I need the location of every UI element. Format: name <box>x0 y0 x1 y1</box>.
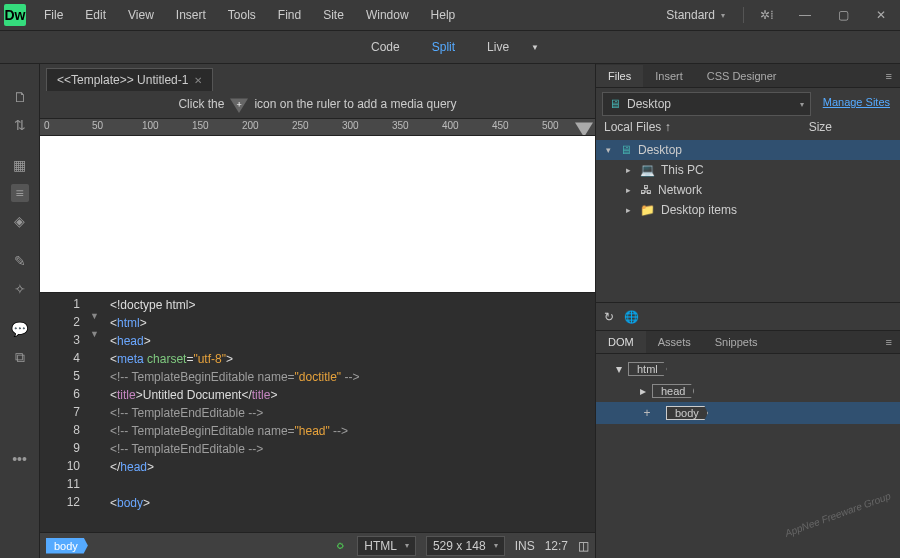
menu-edit[interactable]: Edit <box>75 2 116 28</box>
tab-css-designer[interactable]: CSS Designer <box>695 65 789 87</box>
comment-icon[interactable]: 💬 <box>11 320 29 338</box>
file-icon[interactable]: 🗋 <box>11 88 29 106</box>
ruler-tick: 300 <box>342 120 359 131</box>
close-icon[interactable]: ✕ <box>194 75 202 86</box>
dom-row-body[interactable]: + body <box>596 402 900 424</box>
chevron-down-icon[interactable]: ▼ <box>527 37 543 58</box>
hint-text: Click the <box>178 97 224 111</box>
manage-sites-link[interactable]: Manage Sites <box>823 96 890 108</box>
ruler-tick: 50 <box>92 120 103 131</box>
folder-icon: 📁 <box>640 203 655 217</box>
dom-tag: head <box>652 384 694 398</box>
arrows-icon[interactable]: ⇅ <box>11 116 29 134</box>
globe-icon[interactable]: 🌐 <box>624 310 639 324</box>
minimize-button[interactable]: — <box>790 4 820 26</box>
right-panels: Files Insert CSS Designer ≡ 🖥 Desktop ▾ … <box>595 64 900 558</box>
tab-snippets[interactable]: Snippets <box>703 331 770 353</box>
preview-icon[interactable]: ◫ <box>578 539 589 553</box>
expand-icon[interactable]: ▸ <box>640 384 646 398</box>
col-name: Local Files ↑ <box>604 120 671 134</box>
language-select[interactable]: HTML▾ <box>357 536 416 556</box>
tab-dom[interactable]: DOM <box>596 331 646 353</box>
ruler-tick: 400 <box>442 120 459 131</box>
tree-label: Desktop items <box>661 203 737 217</box>
code-editor[interactable]: 123 456 789 101112 ▼▼ <!doctype html> <h… <box>40 292 595 532</box>
expand-icon[interactable]: ▸ <box>622 165 634 175</box>
snippet-icon[interactable]: ⧉ <box>11 348 29 366</box>
list-icon[interactable]: ≡ <box>11 184 29 202</box>
cursor-position: 12:7 <box>545 539 568 553</box>
tree-item-this-pc[interactable]: ▸ 💻 This PC <box>596 160 900 180</box>
menu-tools[interactable]: Tools <box>218 2 266 28</box>
tab-files[interactable]: Files <box>596 65 643 87</box>
tree-item-network[interactable]: ▸ 🖧 Network <box>596 180 900 200</box>
menu-help[interactable]: Help <box>421 2 466 28</box>
dom-tree: ▾ html ▸ head + body <box>596 354 900 428</box>
add-icon[interactable]: + <box>640 406 654 420</box>
target-icon[interactable]: ◈ <box>11 212 29 230</box>
expand-icon[interactable]: ▸ <box>622 205 634 215</box>
panel-menu-icon[interactable]: ≡ <box>878 332 900 352</box>
view-live[interactable]: Live <box>473 34 523 60</box>
library-icon[interactable]: ▦ <box>11 156 29 174</box>
tree-item-desktop[interactable]: ▾ 🖥 Desktop <box>596 140 900 160</box>
col-size: Size <box>809 120 832 134</box>
view-mode-bar: Code Split Live ▼ <box>0 30 900 64</box>
ruler-tick: 250 <box>292 120 309 131</box>
chevron-down-icon: ▾ <box>800 100 804 109</box>
refresh-icon[interactable]: ↻ <box>604 310 614 324</box>
dom-path-tag[interactable]: body <box>46 538 88 554</box>
dimensions-select[interactable]: 529 x 148▾ <box>426 536 505 556</box>
sync-ok-icon[interactable]: ⭘ <box>335 539 347 553</box>
chevron-down-icon: ▾ <box>721 11 725 20</box>
panel-menu-icon[interactable]: ≡ <box>878 66 900 86</box>
maximize-button[interactable]: ▢ <box>828 4 858 26</box>
menu-file[interactable]: File <box>34 2 73 28</box>
menu-window[interactable]: Window <box>356 2 419 28</box>
ruler-tick: 350 <box>392 120 409 131</box>
ruler-marker-icon[interactable] <box>575 119 593 136</box>
ruler-tick: 150 <box>192 120 209 131</box>
tab-insert[interactable]: Insert <box>643 65 695 87</box>
settings-gear-icon[interactable]: ✲⁞ <box>752 4 782 26</box>
brush-icon[interactable]: ✎ <box>11 252 29 270</box>
view-split[interactable]: Split <box>418 34 469 60</box>
document-tabs: <<Template>> Untitled-1 ✕ <box>40 64 595 90</box>
insert-mode[interactable]: INS <box>515 539 535 553</box>
tab-title: <<Template>> Untitled-1 <box>57 73 188 87</box>
dom-tag: body <box>666 406 708 420</box>
file-columns[interactable]: Local Files ↑ Size <box>596 116 900 138</box>
tree-item-desktop-items[interactable]: ▸ 📁 Desktop items <box>596 200 900 220</box>
ruler-tick: 0 <box>44 120 50 131</box>
expand-icon[interactable]: ▸ <box>622 185 634 195</box>
workspace-label: Standard <box>666 8 715 22</box>
left-toolbar: 🗋 ⇅ ▦ ≡ ◈ ✎ ✧ 💬 ⧉ ••• <box>0 64 40 558</box>
more-icon[interactable]: ••• <box>11 450 29 468</box>
document-tab[interactable]: <<Template>> Untitled-1 ✕ <box>46 68 213 91</box>
tab-assets[interactable]: Assets <box>646 331 703 353</box>
menu-insert[interactable]: Insert <box>166 2 216 28</box>
dom-row-html[interactable]: ▾ html <box>596 358 900 380</box>
view-code[interactable]: Code <box>357 34 414 60</box>
hint-text: icon on the ruler to add a media query <box>254 97 456 111</box>
live-canvas[interactable] <box>40 136 595 292</box>
drive-select[interactable]: 🖥 Desktop ▾ <box>602 92 811 116</box>
drive-label: Desktop <box>627 97 671 111</box>
workspace-selector[interactable]: Standard ▾ <box>656 4 735 26</box>
menu-view[interactable]: View <box>118 2 164 28</box>
media-query-hint: Click the + icon on the ruler to add a m… <box>40 90 595 118</box>
tree-label: This PC <box>661 163 704 177</box>
panel-toolbar: ↻ 🌐 <box>596 302 900 330</box>
media-query-icon: + <box>230 95 248 113</box>
expand-icon[interactable]: ▾ <box>602 145 614 155</box>
fold-gutter: ▼▼ <box>90 293 106 532</box>
ruler[interactable]: 0 50 100 150 200 250 300 350 400 450 500 <box>40 118 595 136</box>
source-code[interactable]: <!doctype html> <html> <head> <meta char… <box>106 293 359 532</box>
menu-site[interactable]: Site <box>313 2 354 28</box>
wand-icon[interactable]: ✧ <box>11 280 29 298</box>
expand-icon[interactable]: ▾ <box>616 362 622 376</box>
tree-label: Network <box>658 183 702 197</box>
close-button[interactable]: ✕ <box>866 4 896 26</box>
dom-row-head[interactable]: ▸ head <box>596 380 900 402</box>
menu-find[interactable]: Find <box>268 2 311 28</box>
